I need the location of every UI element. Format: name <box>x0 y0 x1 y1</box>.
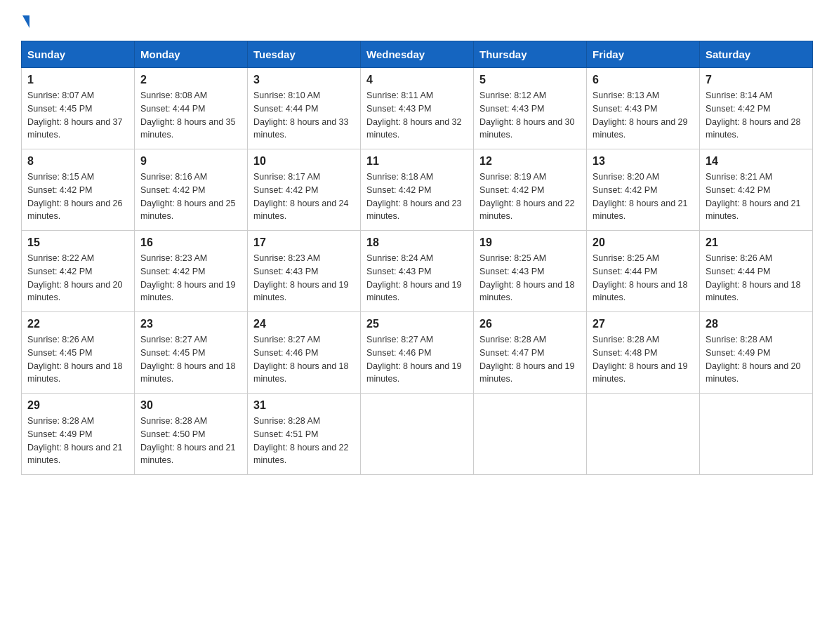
day-info: Sunrise: 8:08 AMSunset: 4:44 PMDaylight:… <box>140 89 241 142</box>
calendar-day-cell: 11 Sunrise: 8:18 AMSunset: 4:42 PMDaylig… <box>361 149 474 231</box>
day-of-week-header: Sunday <box>22 41 135 68</box>
day-info: Sunrise: 8:24 AMSunset: 4:43 PMDaylight:… <box>366 252 468 304</box>
calendar-header: SundayMondayTuesdayWednesdayThursdayFrid… <box>22 41 813 68</box>
calendar-day-cell: 16 Sunrise: 8:23 AMSunset: 4:42 PMDaylig… <box>135 231 248 312</box>
day-number: 14 <box>706 155 807 168</box>
day-number: 15 <box>27 236 128 249</box>
day-number: 7 <box>706 74 807 86</box>
calendar-week-row: 8 Sunrise: 8:15 AMSunset: 4:42 PMDayligh… <box>22 149 813 231</box>
calendar-day-cell: 26 Sunrise: 8:28 AMSunset: 4:47 PMDaylig… <box>474 312 587 394</box>
calendar-day-cell: 21 Sunrise: 8:26 AMSunset: 4:44 PMDaylig… <box>700 231 813 312</box>
day-number: 23 <box>140 318 241 330</box>
calendar-day-cell <box>700 394 813 475</box>
calendar-day-cell <box>587 394 700 475</box>
days-of-week-row: SundayMondayTuesdayWednesdayThursdayFrid… <box>22 41 813 68</box>
day-number: 1 <box>27 74 128 86</box>
day-of-week-header: Monday <box>135 41 248 68</box>
calendar-day-cell: 14 Sunrise: 8:21 AMSunset: 4:42 PMDaylig… <box>700 149 813 231</box>
calendar-day-cell: 19 Sunrise: 8:25 AMSunset: 4:43 PMDaylig… <box>474 231 587 312</box>
day-info: Sunrise: 8:07 AMSunset: 4:45 PMDaylight:… <box>27 89 128 142</box>
calendar-day-cell <box>361 394 474 475</box>
day-of-week-header: Saturday <box>700 41 813 68</box>
day-number: 24 <box>253 318 355 330</box>
calendar-day-cell: 10 Sunrise: 8:17 AMSunset: 4:42 PMDaylig… <box>248 149 361 231</box>
calendar-day-cell: 22 Sunrise: 8:26 AMSunset: 4:45 PMDaylig… <box>22 312 135 394</box>
day-info: Sunrise: 8:13 AMSunset: 4:43 PMDaylight:… <box>593 89 694 142</box>
day-info: Sunrise: 8:26 AMSunset: 4:44 PMDaylight:… <box>706 252 807 304</box>
calendar-day-cell: 17 Sunrise: 8:23 AMSunset: 4:43 PMDaylig… <box>248 231 361 312</box>
calendar-week-row: 15 Sunrise: 8:22 AMSunset: 4:42 PMDaylig… <box>22 231 813 312</box>
calendar-day-cell: 20 Sunrise: 8:25 AMSunset: 4:44 PMDaylig… <box>587 231 700 312</box>
day-of-week-header: Wednesday <box>361 41 474 68</box>
day-info: Sunrise: 8:27 AMSunset: 4:45 PMDaylight:… <box>140 333 241 386</box>
calendar-day-cell: 8 Sunrise: 8:15 AMSunset: 4:42 PMDayligh… <box>22 149 135 231</box>
day-info: Sunrise: 8:23 AMSunset: 4:43 PMDaylight:… <box>253 252 355 304</box>
day-info: Sunrise: 8:28 AMSunset: 4:48 PMDaylight:… <box>593 333 694 386</box>
calendar-week-row: 29 Sunrise: 8:28 AMSunset: 4:49 PMDaylig… <box>22 394 813 475</box>
day-number: 31 <box>253 399 355 412</box>
day-number: 6 <box>593 74 694 86</box>
calendar-day-cell: 27 Sunrise: 8:28 AMSunset: 4:48 PMDaylig… <box>587 312 700 394</box>
calendar-day-cell: 7 Sunrise: 8:14 AMSunset: 4:42 PMDayligh… <box>700 68 813 149</box>
day-info: Sunrise: 8:21 AMSunset: 4:42 PMDaylight:… <box>706 170 807 223</box>
day-info: Sunrise: 8:28 AMSunset: 4:50 PMDaylight:… <box>140 415 241 467</box>
day-info: Sunrise: 8:25 AMSunset: 4:43 PMDaylight:… <box>479 252 581 304</box>
day-number: 29 <box>27 399 128 412</box>
day-info: Sunrise: 8:15 AMSunset: 4:42 PMDaylight:… <box>27 170 128 223</box>
calendar-day-cell: 12 Sunrise: 8:19 AMSunset: 4:42 PMDaylig… <box>474 149 587 231</box>
day-number: 18 <box>366 236 468 249</box>
day-number: 27 <box>593 318 694 330</box>
calendar-day-cell: 29 Sunrise: 8:28 AMSunset: 4:49 PMDaylig… <box>22 394 135 475</box>
day-number: 28 <box>706 318 807 330</box>
day-number: 5 <box>479 74 581 86</box>
calendar-week-row: 22 Sunrise: 8:26 AMSunset: 4:45 PMDaylig… <box>22 312 813 394</box>
day-of-week-header: Tuesday <box>248 41 361 68</box>
day-info: Sunrise: 8:28 AMSunset: 4:49 PMDaylight:… <box>706 333 807 386</box>
day-number: 11 <box>366 155 468 168</box>
day-number: 9 <box>140 155 241 168</box>
day-info: Sunrise: 8:27 AMSunset: 4:46 PMDaylight:… <box>253 333 355 386</box>
day-info: Sunrise: 8:11 AMSunset: 4:43 PMDaylight:… <box>366 89 468 142</box>
day-number: 19 <box>479 236 581 249</box>
day-number: 12 <box>479 155 581 168</box>
day-of-week-header: Thursday <box>474 41 587 68</box>
calendar-day-cell: 2 Sunrise: 8:08 AMSunset: 4:44 PMDayligh… <box>135 68 248 149</box>
calendar-day-cell: 15 Sunrise: 8:22 AMSunset: 4:42 PMDaylig… <box>22 231 135 312</box>
day-number: 30 <box>140 399 241 412</box>
day-number: 17 <box>253 236 355 249</box>
day-info: Sunrise: 8:14 AMSunset: 4:42 PMDaylight:… <box>706 89 807 142</box>
day-info: Sunrise: 8:12 AMSunset: 4:43 PMDaylight:… <box>479 89 581 142</box>
day-info: Sunrise: 8:16 AMSunset: 4:42 PMDaylight:… <box>140 170 241 223</box>
page-header <box>21 14 813 28</box>
day-number: 20 <box>593 236 694 249</box>
day-info: Sunrise: 8:28 AMSunset: 4:51 PMDaylight:… <box>253 415 355 467</box>
day-number: 26 <box>479 318 581 330</box>
logo-triangle-icon <box>22 15 29 28</box>
calendar-day-cell: 24 Sunrise: 8:27 AMSunset: 4:46 PMDaylig… <box>248 312 361 394</box>
day-number: 2 <box>140 74 241 86</box>
logo <box>21 14 29 28</box>
day-number: 16 <box>140 236 241 249</box>
calendar-day-cell: 5 Sunrise: 8:12 AMSunset: 4:43 PMDayligh… <box>474 68 587 149</box>
calendar-day-cell: 31 Sunrise: 8:28 AMSunset: 4:51 PMDaylig… <box>248 394 361 475</box>
calendar-day-cell: 4 Sunrise: 8:11 AMSunset: 4:43 PMDayligh… <box>361 68 474 149</box>
calendar-day-cell: 23 Sunrise: 8:27 AMSunset: 4:45 PMDaylig… <box>135 312 248 394</box>
day-info: Sunrise: 8:18 AMSunset: 4:42 PMDaylight:… <box>366 170 468 223</box>
day-of-week-header: Friday <box>587 41 700 68</box>
day-number: 25 <box>366 318 468 330</box>
day-info: Sunrise: 8:17 AMSunset: 4:42 PMDaylight:… <box>253 170 355 223</box>
day-number: 21 <box>706 236 807 249</box>
day-info: Sunrise: 8:28 AMSunset: 4:49 PMDaylight:… <box>27 415 128 467</box>
day-info: Sunrise: 8:19 AMSunset: 4:42 PMDaylight:… <box>479 170 581 223</box>
day-info: Sunrise: 8:27 AMSunset: 4:46 PMDaylight:… <box>366 333 468 386</box>
day-info: Sunrise: 8:20 AMSunset: 4:42 PMDaylight:… <box>593 170 694 223</box>
calendar-day-cell: 30 Sunrise: 8:28 AMSunset: 4:50 PMDaylig… <box>135 394 248 475</box>
day-info: Sunrise: 8:25 AMSunset: 4:44 PMDaylight:… <box>593 252 694 304</box>
day-info: Sunrise: 8:10 AMSunset: 4:44 PMDaylight:… <box>253 89 355 142</box>
calendar-week-row: 1 Sunrise: 8:07 AMSunset: 4:45 PMDayligh… <box>22 68 813 149</box>
calendar-table: SundayMondayTuesdayWednesdayThursdayFrid… <box>21 41 813 475</box>
day-number: 4 <box>366 74 468 86</box>
calendar-day-cell: 1 Sunrise: 8:07 AMSunset: 4:45 PMDayligh… <box>22 68 135 149</box>
calendar-day-cell: 28 Sunrise: 8:28 AMSunset: 4:49 PMDaylig… <box>700 312 813 394</box>
day-info: Sunrise: 8:23 AMSunset: 4:42 PMDaylight:… <box>140 252 241 304</box>
